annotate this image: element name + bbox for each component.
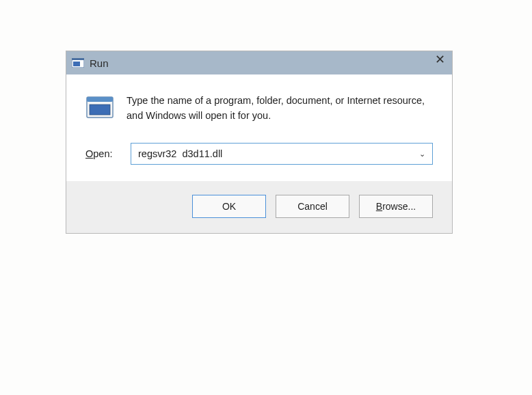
cancel-button[interactable]: Cancel xyxy=(276,195,349,218)
run-titlebar-icon xyxy=(72,57,84,68)
svg-rect-2 xyxy=(73,62,80,66)
titlebar[interactable]: Run ✕ xyxy=(66,51,452,74)
command-combobox[interactable]: ⌄ xyxy=(131,143,433,165)
close-button[interactable]: ✕ xyxy=(435,53,445,66)
info-row: Type the name of a program, folder, docu… xyxy=(85,94,433,124)
open-label: Open: xyxy=(85,148,117,159)
open-row: Open: ⌄ xyxy=(85,143,433,165)
dialog-body: Type the name of a program, folder, docu… xyxy=(66,74,452,181)
svg-rect-1 xyxy=(72,58,84,60)
info-text: Type the name of a program, folder, docu… xyxy=(127,94,433,124)
svg-rect-4 xyxy=(87,97,113,102)
ok-button[interactable]: OK xyxy=(192,195,266,218)
titlebar-title: Run xyxy=(90,57,109,69)
svg-rect-5 xyxy=(90,105,110,115)
button-bar: OK Cancel Browse... xyxy=(66,181,452,233)
command-input[interactable] xyxy=(138,148,425,159)
run-dialog: Run ✕ Type the name of a program, folder… xyxy=(66,51,453,234)
run-app-icon xyxy=(85,95,114,121)
browse-button[interactable]: Browse... xyxy=(359,195,433,218)
